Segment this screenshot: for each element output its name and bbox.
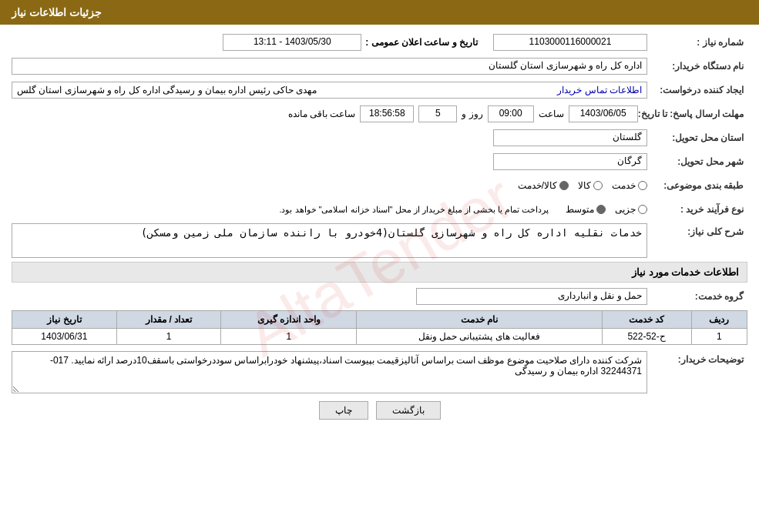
table-cell: 1 (221, 329, 357, 345)
purchase-option-motavasset-label: متوسط (566, 204, 594, 215)
services-table-body: 1ح-52-522فعالیت های پشتیبانی حمل ونقل111… (12, 329, 747, 345)
category-label: طبقه بندی موضوعی: (647, 180, 747, 191)
deadline-days: 5 (418, 105, 457, 122)
deadline-time: 09:00 (488, 105, 534, 122)
purchase-type-row: نوع فرآیند خرید : جزیی متوسط پرداخت تمام… (12, 199, 747, 219)
deadline-day-label: روز و (462, 109, 482, 119)
city-label: شهر محل تحویل: (647, 156, 747, 167)
category-radio-group: خدمت کالا کالا/خدمت (518, 180, 647, 191)
col-header-service-name: نام خدمت (357, 311, 602, 329)
table-cell: 1 (116, 329, 221, 345)
date-announce-label: تاریخ و ساعت اعلان عمومی : (365, 37, 478, 48)
category-option-kala: کالا (578, 180, 603, 191)
category-option-kala-label: کالا (578, 180, 591, 191)
table-cell: ح-52-522 (602, 329, 691, 345)
city-row: شهر محل تحویل: گرگان (12, 152, 747, 172)
requester-row: نام دستگاه خریدار: اداره کل راه و شهرساز… (12, 56, 747, 76)
purchase-type-label: نوع فرآیند خرید : (647, 204, 747, 215)
table-cell: فعالیت های پشتیبانی حمل ونقل (357, 329, 602, 345)
service-group-label: گروه خدمت: (647, 291, 747, 302)
col-header-qty: تعداد / مقدار (116, 311, 221, 329)
purchase-radio-group: جزیی متوسط پرداخت تمام یا بخشی از مبلغ خ… (279, 204, 647, 215)
deadline-remaining: 18:56:58 (360, 105, 414, 122)
services-table: ردیف کد خدمت نام خدمت واحد اندازه گیری ت… (12, 310, 747, 345)
province-value: گلستان (493, 129, 647, 146)
deadline-row: مهلت ارسال پاسخ: تا تاریخ: 1403/06/05 سا… (12, 104, 747, 124)
province-row: استان محل تحویل: گلستان (12, 128, 747, 148)
col-header-unit: واحد اندازه گیری (221, 311, 357, 329)
page-header: جزئیات اطلاعات نیاز (0, 0, 759, 25)
category-option-khadamat-label: خدمت (612, 180, 636, 191)
table-cell: 1403/06/31 (12, 329, 117, 345)
requester-value: اداره کل راه و شهرسازی استان گلستان (12, 58, 647, 75)
announce-date-value: 1403/05/30 - 13:11 (223, 34, 361, 51)
deadline-date: 1403/06/05 (569, 105, 638, 122)
purchase-option-jozi-label: جزیی (615, 204, 636, 215)
purchase-note: پرداخت تمام یا بخشی از مبلغ خریدار از مح… (279, 205, 549, 215)
general-desc-value[interactable]: خدمات نقلیه اداره کل راه و شهرسازی گلستا… (12, 223, 647, 258)
page-title: جزئیات اطلاعات نیاز (12, 6, 102, 18)
creator-link[interactable]: اطلاعات تماس خریدار (557, 85, 642, 95)
table-header-row: ردیف کد خدمت نام خدمت واحد اندازه گیری ت… (12, 311, 747, 329)
col-header-date: تاریخ نیاز (12, 311, 117, 329)
deadline-remaining-label: ساعت باقی مانده (288, 109, 356, 119)
need-number-value: 1103000116000021 (493, 34, 647, 51)
need-number-label: شماره نیاز : (647, 37, 747, 48)
purchase-option-motavasset: متوسط (566, 204, 606, 215)
category-option-khadamat: خدمت (612, 180, 647, 191)
table-row: 1ح-52-522فعالیت های پشتیبانی حمل ونقل111… (12, 329, 747, 345)
radio-motavasset (596, 205, 606, 214)
print-button[interactable]: چاپ (319, 401, 368, 420)
buyer-desc-row: توضیحات خریدار: شرکت کننده دارای صلاحیت … (12, 351, 747, 393)
category-option-kala-khadamat-label: کالا/خدمت (518, 180, 557, 191)
radio-khadamat (638, 181, 647, 190)
creator-label: ایجاد کننده درخواست: (647, 85, 747, 95)
service-info-header: اطلاعات خدمات مورد نیاز (12, 262, 747, 283)
purchase-option-jozi: جزیی (615, 204, 647, 215)
category-row: طبقه بندی موضوعی: خدمت کالا کالا/خدمت (12, 176, 747, 196)
deadline-fields: 1403/06/05 ساعت 09:00 روز و 5 18:56:58 س… (288, 105, 638, 122)
content-area: شماره نیاز : 1103000116000021 تاریخ و سا… (0, 25, 759, 435)
need-number-row: شماره نیاز : 1103000116000021 تاریخ و سا… (12, 32, 747, 52)
service-group-row: گروه خدمت: حمل و نقل و انبارداری (12, 286, 747, 306)
general-desc-row: شرح کلی نیاز: خدمات نقلیه اداره کل راه و… (12, 223, 747, 258)
page-wrapper: AltaTender جزئیات اطلاعات نیاز شماره نیا… (0, 0, 759, 532)
creator-name: مهدی حاکی رئیس اداره بیمان و رسیدگی ادار… (17, 85, 317, 95)
creator-value-box: اطلاعات تماس خریدار مهدی حاکی رئیس اداره… (12, 82, 647, 99)
creator-row: ایجاد کننده درخواست: اطلاعات تماس خریدار… (12, 80, 747, 100)
table-cell: 1 (691, 329, 747, 345)
province-label: استان محل تحویل: (647, 132, 747, 143)
buyer-desc-value[interactable]: شرکت کننده دارای صلاحیت موضوع موظف است ب… (12, 351, 647, 393)
general-desc-label: شرح کلی نیاز: (647, 223, 747, 237)
buyer-desc-label: توضیحات خریدار: (647, 351, 747, 365)
services-table-section: ردیف کد خدمت نام خدمت واحد اندازه گیری ت… (12, 310, 747, 345)
col-header-row-num: ردیف (691, 311, 747, 329)
radio-kala (593, 181, 603, 190)
deadline-time-label: ساعت (539, 109, 564, 119)
city-value: گرگان (493, 153, 647, 170)
radio-jozi (638, 205, 647, 214)
service-group-value: حمل و نقل و انبارداری (416, 288, 647, 305)
category-option-kala-khadamat: کالا/خدمت (518, 180, 569, 191)
button-row: بازگشت چاپ (12, 401, 747, 420)
deadline-label: مهلت ارسال پاسخ: تا تاریخ: (638, 109, 747, 119)
back-button[interactable]: بازگشت (376, 401, 441, 420)
radio-kala-khadamat (559, 181, 569, 190)
requester-label: نام دستگاه خریدار: (647, 61, 747, 72)
col-header-service-code: کد خدمت (602, 311, 691, 329)
